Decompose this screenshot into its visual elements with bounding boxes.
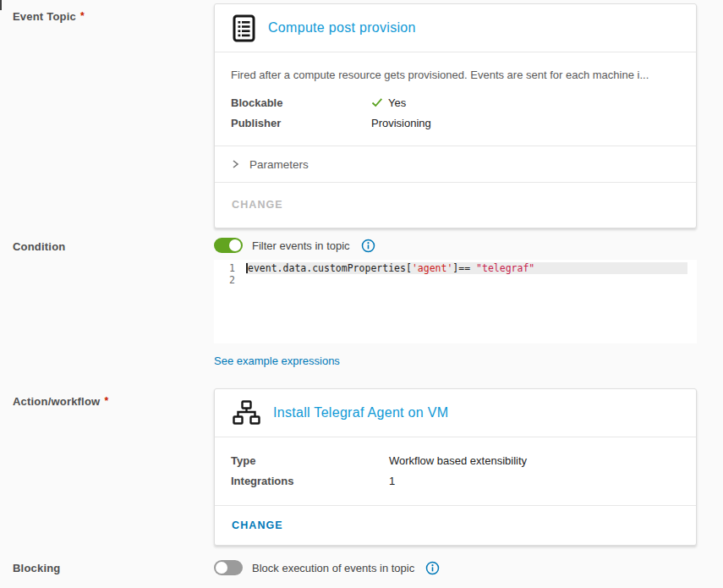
required-asterisk: * xyxy=(80,10,85,22)
toggle-knob xyxy=(229,239,241,251)
event-topic-change-button[interactable]: CHANGE xyxy=(232,199,283,211)
info-circle-icon[interactable] xyxy=(425,561,440,575)
filter-events-toggle[interactable] xyxy=(214,238,243,253)
type-field-label: Type xyxy=(231,454,389,467)
line-number: 1 xyxy=(214,262,235,274)
blocking-toggle-row: Block execution of events in topic xyxy=(214,559,440,576)
line-number: 2 xyxy=(214,274,235,286)
condition-toggle-row: Filter events in topic xyxy=(214,237,375,254)
integrations-row: Integrations 1 xyxy=(231,475,680,495)
action-change-row: CHANGE xyxy=(215,505,696,545)
type-field-value: Workflow based extensibility xyxy=(389,454,527,467)
event-topic-card-header: Compute post provision xyxy=(215,4,696,52)
integrations-field-label: Integrations xyxy=(231,475,389,487)
action-workflow-label: Action/workflow* xyxy=(13,395,108,408)
event-topic-card-body: Fired after a compute resource gets prov… xyxy=(215,52,696,146)
blockable-row: Blockable Yes xyxy=(231,94,680,111)
parameters-label: Parameters xyxy=(249,158,309,171)
integrations-field-value: 1 xyxy=(389,475,395,487)
code-line-2: 2 xyxy=(214,274,697,286)
action-card-header: Install Telegraf Agent on VM xyxy=(215,389,696,437)
code-line-1: 1 event.data.customProperties['agent']==… xyxy=(214,262,697,274)
event-topic-card: Compute post provision Fired after a com… xyxy=(214,3,697,228)
blocking-toggle-label: Block execution of events in topic xyxy=(252,562,414,574)
required-asterisk: * xyxy=(104,395,108,407)
filter-events-toggle-label: Filter events in topic xyxy=(252,239,350,252)
publisher-row: Publisher Provisioning xyxy=(231,114,680,131)
event-topic-label: Event Topic* xyxy=(13,10,85,23)
list-document-icon xyxy=(233,14,255,42)
blockable-field-value: Yes xyxy=(371,96,406,109)
publisher-field-label: Publisher xyxy=(231,117,371,129)
condition-expression-editor[interactable]: 1 event.data.customProperties['agent']==… xyxy=(214,260,697,343)
check-icon xyxy=(371,97,383,107)
action-workflow-card: Install Telegraf Agent on VM Type Workfl… xyxy=(214,388,697,546)
action-workflow-title[interactable]: Install Telegraf Agent on VM xyxy=(273,405,448,420)
toggle-knob xyxy=(216,562,227,574)
chevron-right-icon xyxy=(232,159,239,169)
action-change-button[interactable]: CHANGE xyxy=(232,519,283,531)
see-example-expressions-link[interactable]: See example expressions xyxy=(214,354,340,367)
workflow-icon xyxy=(233,400,260,426)
event-topic-title[interactable]: Compute post provision xyxy=(268,20,416,36)
parameters-expander[interactable]: Parameters xyxy=(215,146,696,182)
blockable-field-label: Blockable xyxy=(231,96,371,109)
event-topic-change-row: CHANGE xyxy=(215,182,696,228)
sidebar-edge-mark xyxy=(0,0,2,10)
blocking-label: Blocking xyxy=(13,562,61,574)
info-circle-icon[interactable] xyxy=(361,239,375,253)
condition-label: Condition xyxy=(13,240,65,253)
action-card-body: Type Workflow based extensibility Integr… xyxy=(215,437,696,505)
event-topic-description: Fired after a compute resource gets prov… xyxy=(231,69,680,81)
publisher-field-value: Provisioning xyxy=(371,117,431,129)
blocking-toggle[interactable] xyxy=(214,560,243,575)
type-row: Type Workflow based extensibility xyxy=(231,454,680,475)
